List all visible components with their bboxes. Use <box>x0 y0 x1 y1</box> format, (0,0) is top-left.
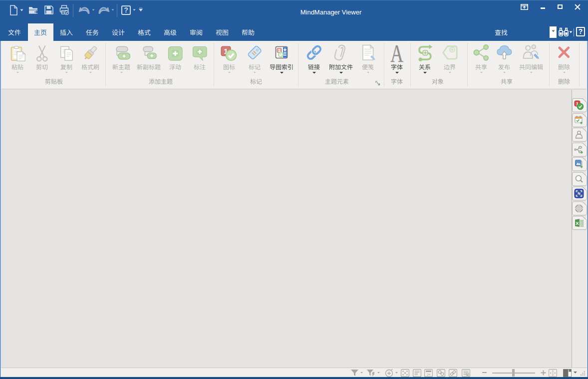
svg-text:X: X <box>576 220 579 226</box>
svg-text:24: 24 <box>427 373 430 376</box>
